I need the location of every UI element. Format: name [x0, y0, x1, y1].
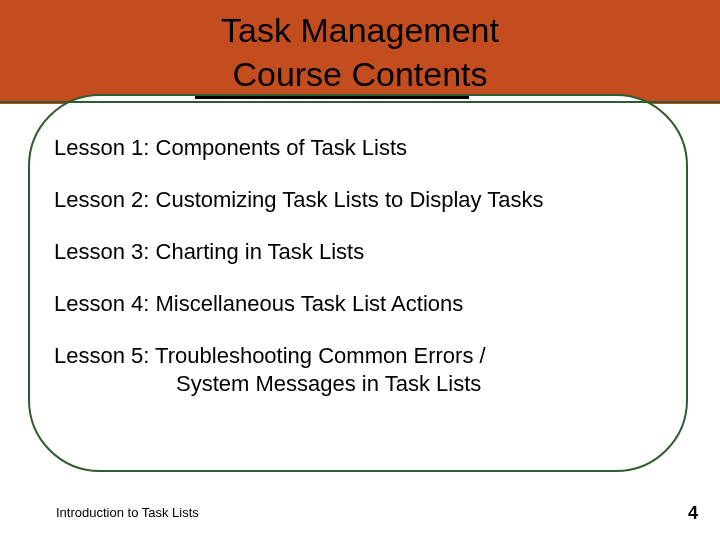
title-bar: Task Management Course Contents — [0, 0, 720, 104]
slide: Task Management Course Contents Lesson 1… — [0, 0, 720, 540]
page-number: 4 — [688, 503, 698, 524]
list-item: Lesson 3: Charting in Task Lists — [54, 238, 674, 266]
list-item: Lesson 4: Miscellaneous Task List Action… — [54, 290, 674, 318]
lesson-5-line-2: System Messages in Task Lists — [54, 370, 674, 398]
lesson-5-line-1: Lesson 5: Troubleshooting Common Errors … — [54, 342, 674, 370]
title-line-2: Course Contents — [232, 55, 487, 93]
footer-text: Introduction to Task Lists — [56, 505, 199, 520]
title-line-1: Task Management — [221, 11, 499, 49]
list-item: Lesson 5: Troubleshooting Common Errors … — [54, 342, 674, 398]
list-item: Lesson 1: Components of Task Lists — [54, 134, 674, 162]
slide-title: Task Management Course Contents — [0, 8, 720, 96]
title-underline — [195, 96, 469, 99]
lesson-list: Lesson 1: Components of Task Lists Lesso… — [54, 134, 674, 398]
horizontal-rule — [0, 101, 720, 103]
list-item: Lesson 2: Customizing Task Lists to Disp… — [54, 186, 674, 214]
